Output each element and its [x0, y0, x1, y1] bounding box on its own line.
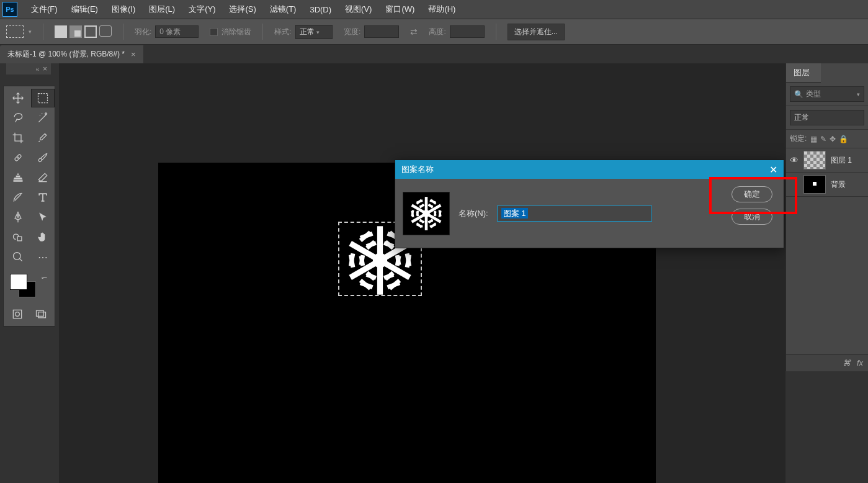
selection-intersect-icon[interactable]: [99, 25, 112, 37]
layer-name[interactable]: 背景: [831, 179, 846, 190]
collapse-chevron-icon[interactable]: «: [35, 66, 39, 73]
ok-button[interactable]: 确定: [732, 186, 772, 202]
gradient-tool[interactable]: [6, 188, 30, 207]
lock-all-icon[interactable]: 🔒: [839, 135, 848, 143]
menu-3d[interactable]: 3D(D): [303, 2, 338, 17]
pattern-name-dialog: 图案名称 ✕ 名称(N): 图案 1 确定 取消: [395, 160, 784, 248]
close-tab-icon[interactable]: ×: [131, 50, 136, 59]
lock-label: 锁定:: [790, 133, 807, 144]
lock-paint-icon[interactable]: ✎: [820, 135, 826, 143]
name-field-label: 名称(N):: [459, 208, 488, 219]
menu-layer[interactable]: 图层(L): [143, 1, 181, 17]
height-input[interactable]: [450, 25, 485, 38]
layer-kind-filter[interactable]: 🔍 类型 ▾: [790, 86, 864, 102]
eyedropper-tool[interactable]: [31, 129, 55, 147]
style-select[interactable]: 正常 ▾: [295, 25, 333, 39]
edit-toolbar[interactable]: ⋯: [31, 248, 55, 266]
healing-tool[interactable]: [6, 148, 30, 167]
collapse-close-icon[interactable]: ×: [43, 65, 47, 73]
tool-preset-dropdown[interactable]: ▾: [29, 29, 32, 35]
menu-help[interactable]: 帮助(H): [422, 1, 462, 17]
svg-point-2: [14, 253, 21, 260]
selection-new-icon[interactable]: [55, 25, 67, 38]
select-and-mask-button[interactable]: 选择并遮住...: [508, 24, 565, 40]
marquee-tool[interactable]: [31, 89, 55, 107]
selection-subtract-icon[interactable]: [84, 25, 97, 38]
pen-tool[interactable]: [6, 208, 30, 227]
svg-rect-3: [13, 310, 21, 318]
width-label: 宽度:: [344, 27, 360, 37]
app-logo: Ps: [2, 2, 17, 17]
hand-tool[interactable]: [31, 228, 55, 246]
dialog-title-bar[interactable]: 图案名称 ✕: [395, 160, 784, 179]
link-layers-icon[interactable]: ⌘: [843, 358, 851, 368]
visibility-icon[interactable]: 👁: [790, 155, 799, 165]
menu-filter[interactable]: 滤镜(T): [264, 1, 303, 17]
document-tab[interactable]: 未标题-1 @ 100% (背景, RGB/8#) * ×: [0, 45, 143, 63]
layer-thumbnail[interactable]: [803, 175, 826, 194]
svg-rect-5: [37, 310, 44, 316]
menu-view[interactable]: 视图(V): [339, 1, 378, 17]
options-bar: ▾ 羽化: 消除锯齿 样式: 正常 ▾ 宽度: ⇄ 高度: 选择并遮住...: [0, 19, 868, 45]
toolbox: ⋯ ⤺: [3, 86, 55, 327]
color-swatches: ⤺: [6, 274, 52, 302]
feather-label: 羽化:: [135, 27, 151, 37]
pattern-name-input[interactable]: 图案 1: [497, 205, 652, 222]
blend-mode-select[interactable]: 正常: [790, 110, 864, 125]
lock-pixels-icon[interactable]: ▦: [810, 135, 817, 143]
zoom-tool[interactable]: [6, 248, 30, 266]
foreground-color[interactable]: [10, 274, 27, 290]
layers-panel: 图层 🔍 类型 ▾ 正常 锁定: ▦ ✎ ✥ 🔒 👁 图层 1 👁 背景 ⌘: [785, 63, 868, 371]
feather-input[interactable]: [155, 25, 199, 38]
clone-stamp-tool[interactable]: [6, 168, 30, 187]
magic-wand-tool[interactable]: [31, 109, 55, 127]
layer-name[interactable]: 图层 1: [831, 155, 852, 166]
path-select-tool[interactable]: [31, 208, 55, 227]
swap-wh-icon[interactable]: ⇄: [410, 27, 418, 37]
search-icon: 🔍: [794, 90, 803, 99]
layer-thumbnail[interactable]: [803, 151, 826, 169]
pattern-preview: [403, 192, 450, 235]
screen-mode-tool[interactable]: [30, 305, 52, 323]
menu-edit[interactable]: 编辑(E): [65, 1, 104, 17]
selection-add-icon[interactable]: [69, 25, 82, 38]
svg-point-4: [16, 312, 20, 317]
shape-tool[interactable]: [6, 228, 30, 246]
eraser-tool[interactable]: [31, 168, 55, 187]
document-tab-title: 未标题-1 @ 100% (背景, RGB/8#) *: [7, 49, 125, 60]
type-tool[interactable]: [31, 188, 55, 207]
collapsed-panel[interactable]: « ×: [6, 63, 51, 74]
menu-bar: Ps 文件(F) 编辑(E) 图像(I) 图层(L) 文字(Y) 选择(S) 滤…: [0, 0, 868, 19]
lock-position-icon[interactable]: ✥: [830, 135, 836, 143]
menu-file[interactable]: 文件(F): [25, 1, 64, 17]
menu-image[interactable]: 图像(I): [105, 1, 141, 17]
tool-preset-icon[interactable]: [6, 25, 24, 38]
svg-rect-6: [38, 312, 46, 318]
antialias-label: 消除锯齿: [221, 27, 251, 37]
lasso-tool[interactable]: [6, 109, 30, 127]
layers-panel-footer: ⌘ fx: [786, 354, 868, 371]
canvas-area[interactable]: [59, 63, 785, 483]
menu-window[interactable]: 窗口(W): [379, 1, 421, 17]
dialog-close-icon[interactable]: ✕: [769, 164, 777, 176]
height-label: 高度:: [429, 27, 445, 37]
brush-tool[interactable]: [31, 148, 55, 167]
crop-tool[interactable]: [6, 129, 30, 147]
move-tool[interactable]: [6, 89, 30, 107]
document-tab-bar: 未标题-1 @ 100% (背景, RGB/8#) * ×: [0, 45, 868, 63]
layer-row[interactable]: 👁 背景: [786, 173, 868, 197]
menu-type[interactable]: 文字(Y): [182, 1, 221, 17]
svg-rect-0: [38, 94, 48, 103]
quick-mask-tool[interactable]: [6, 305, 29, 323]
menu-select[interactable]: 选择(S): [223, 1, 262, 17]
layer-row[interactable]: 👁 图层 1: [786, 148, 868, 173]
style-label: 样式:: [274, 27, 291, 37]
swap-colors-icon[interactable]: ⤺: [42, 274, 47, 282]
dialog-title: 图案名称: [401, 164, 434, 175]
layers-panel-tab[interactable]: 图层: [786, 63, 821, 83]
cancel-button[interactable]: 取消: [732, 209, 772, 225]
width-input[interactable]: [364, 25, 399, 38]
antialias-checkbox[interactable]: [210, 28, 218, 36]
fx-icon[interactable]: fx: [857, 358, 863, 368]
